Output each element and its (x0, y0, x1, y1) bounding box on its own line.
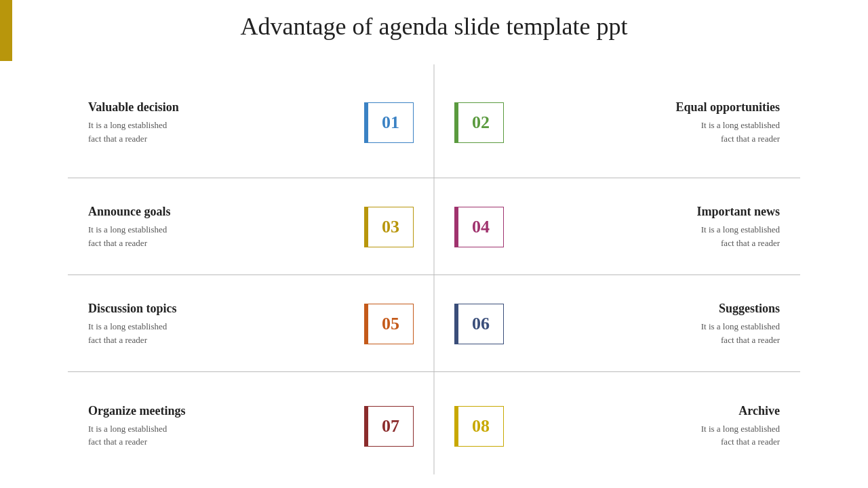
cell-text-left-2: Discussion topics It is a long establish… (88, 302, 177, 346)
numbox-wrap-08: 08 (454, 406, 504, 447)
title-discussion-topics: Discussion topics (88, 302, 177, 316)
cell-important-news: 04 Important news It is a long establish… (434, 180, 800, 274)
title-important-news: Important news (696, 205, 780, 219)
desc-suggestions: It is a long establishedfact that a read… (701, 320, 780, 346)
cell-text-right-0: Equal opportunities It is a long establi… (675, 100, 780, 145)
left-accent-bar (0, 0, 12, 61)
cell-text-left-0: Valuable decision It is a long establish… (88, 100, 179, 145)
num-box-04: 04 (458, 207, 504, 247)
cell-discussion-topics: Discussion topics It is a long establish… (68, 277, 434, 371)
hline-3 (68, 371, 800, 372)
title-suggestions: Suggestions (701, 302, 780, 316)
num-box-08: 08 (458, 406, 504, 447)
hline-2 (68, 274, 800, 275)
page-title: Advantage of agenda slide template ppt (0, 0, 868, 47)
hline-1 (68, 178, 800, 178)
numbox-wrap-05: 05 (364, 304, 414, 344)
num-box-01: 01 (368, 102, 414, 143)
cell-text-left-3: Organize meetings It is a long establish… (88, 404, 185, 449)
cell-valuable-decision: Valuable decision It is a long establish… (68, 68, 434, 178)
cell-organize-meetings: Organize meetings It is a long establish… (68, 373, 434, 479)
title-organize-meetings: Organize meetings (88, 404, 185, 418)
cell-text-right-1: Important news It is a long establishedf… (696, 205, 780, 249)
numbox-wrap-01: 01 (364, 102, 414, 143)
title-valuable-decision: Valuable decision (88, 100, 179, 115)
cell-archive: 08 Archive It is a long establishedfact … (434, 373, 800, 479)
numbox-wrap-07: 07 (364, 406, 414, 447)
title-announce-goals: Announce goals (88, 205, 171, 219)
num-box-02: 02 (458, 102, 504, 143)
cell-text-right-3: Archive It is a long establishedfact tha… (701, 404, 780, 449)
cell-text-right-2: Suggestions It is a long establishedfact… (701, 302, 780, 346)
cell-equal-opportunities: 02 Equal opportunities It is a long esta… (434, 68, 800, 178)
cell-suggestions: 06 Suggestions It is a long establishedf… (434, 277, 800, 371)
title-equal-opportunities: Equal opportunities (675, 100, 780, 115)
numbox-wrap-03: 03 (364, 207, 414, 247)
desc-important-news: It is a long establishedfact that a read… (696, 223, 780, 249)
desc-organize-meetings: It is a long establishedfact that a read… (88, 422, 185, 449)
num-box-03: 03 (368, 207, 414, 247)
cell-text-left-1: Announce goals It is a long establishedf… (88, 205, 171, 249)
cell-announce-goals: Announce goals It is a long establishedf… (68, 180, 434, 274)
desc-announce-goals: It is a long establishedfact that a read… (88, 223, 171, 249)
desc-equal-opportunities: It is a long establishedfact that a read… (675, 119, 780, 145)
num-box-07: 07 (368, 406, 414, 447)
numbox-wrap-06: 06 (454, 304, 504, 344)
desc-valuable-decision: It is a long establishedfact that a read… (88, 119, 179, 145)
numbox-wrap-02: 02 (454, 102, 504, 143)
num-box-06: 06 (458, 304, 504, 344)
num-box-05: 05 (368, 304, 414, 344)
desc-archive: It is a long establishedfact that a read… (701, 422, 780, 449)
title-archive: Archive (701, 404, 780, 418)
desc-discussion-topics: It is a long establishedfact that a read… (88, 320, 177, 346)
numbox-wrap-04: 04 (454, 207, 504, 247)
